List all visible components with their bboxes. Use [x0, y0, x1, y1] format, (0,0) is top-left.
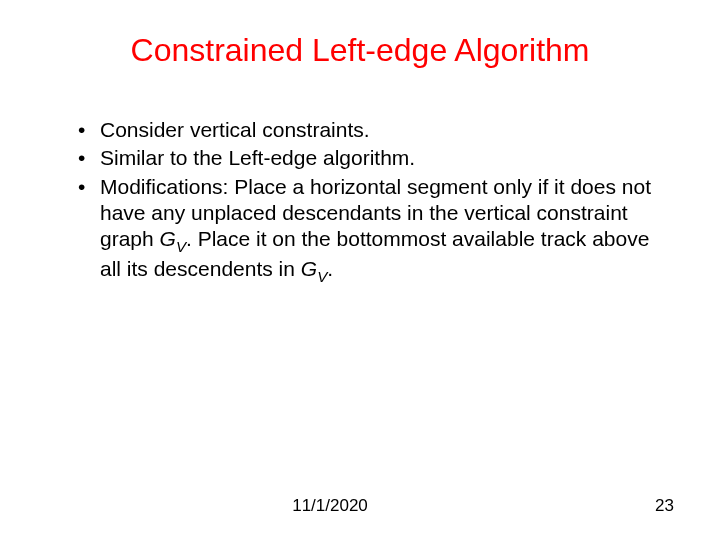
symbol-gv-v-2: V	[317, 268, 327, 285]
slide-footer: 11/1/2020 23	[0, 496, 720, 516]
symbol-gv-g-2: G	[301, 257, 317, 280]
bullet-item-3: Modifications: Place a horizontal segmen…	[78, 174, 660, 287]
footer-date: 11/1/2020	[0, 496, 660, 516]
footer-page-number: 23	[655, 496, 674, 516]
bullet-list: Consider vertical constraints. Similar t…	[60, 117, 660, 286]
bullet-item-1: Consider vertical constraints.	[78, 117, 660, 143]
bullet-text-2: Similar to the Left-edge algorithm.	[100, 146, 415, 169]
bullet-text-3c: .	[327, 257, 333, 280]
slide-title: Constrained Left-edge Algorithm	[60, 32, 660, 69]
bullet-text-1: Consider vertical constraints.	[100, 118, 370, 141]
bullet-item-2: Similar to the Left-edge algorithm.	[78, 145, 660, 171]
symbol-gv-v-1: V	[176, 238, 186, 255]
symbol-gv-g-1: G	[160, 227, 176, 250]
slide: Constrained Left-edge Algorithm Consider…	[0, 0, 720, 540]
